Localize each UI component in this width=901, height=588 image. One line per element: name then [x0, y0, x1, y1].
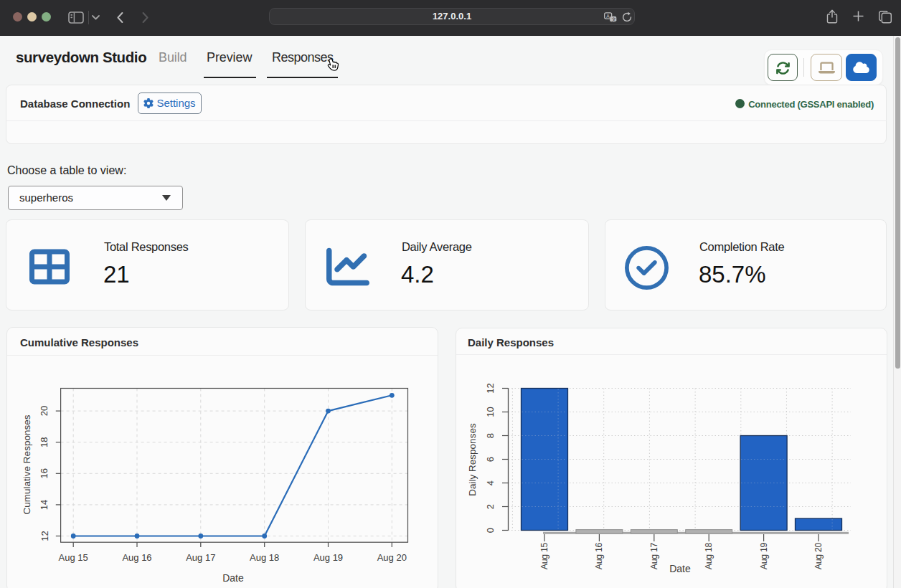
svg-text:文: 文: [612, 16, 616, 22]
svg-text:A: A: [606, 14, 610, 19]
